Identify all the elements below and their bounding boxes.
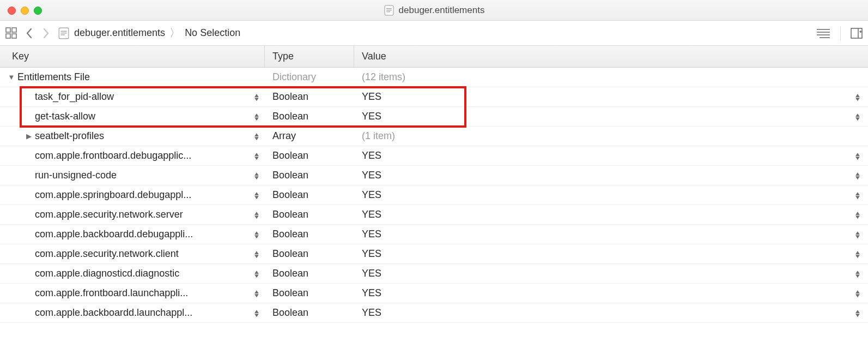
value-stepper-icon[interactable] — [853, 309, 863, 317]
row-key: com.apple.backboardd.launchappl... — [35, 307, 252, 319]
row-value: YES — [362, 287, 381, 299]
row-value: YES — [362, 268, 381, 279]
row-value: YES — [362, 209, 381, 220]
row-type: Boolean — [265, 107, 354, 126]
row-key: seatbelt-profiles — [35, 130, 252, 142]
row-type: Boolean — [265, 185, 354, 205]
value-stepper-icon[interactable] — [853, 172, 863, 179]
minimize-icon[interactable] — [21, 7, 29, 15]
row-type: Boolean — [265, 284, 354, 303]
row-key: get-task-allow — [35, 111, 252, 122]
key-stepper-icon[interactable] — [252, 211, 262, 219]
row-value: YES — [362, 150, 381, 161]
nav-forward-icon[interactable] — [41, 27, 50, 39]
table-row[interactable]: com.apple.security.network.clientBoolean… — [0, 244, 868, 264]
row-type: Boolean — [265, 146, 354, 165]
window-titlebar: debuger.entitlements — [0, 0, 868, 21]
svg-rect-1 — [386, 8, 392, 9]
row-type: Boolean — [265, 303, 354, 322]
row-value: YES — [362, 248, 381, 260]
value-stepper-icon[interactable] — [853, 152, 863, 160]
breadcrumb-selection[interactable]: No Selection — [185, 27, 240, 39]
nav-back-icon[interactable] — [25, 27, 34, 39]
key-stepper-icon[interactable] — [252, 113, 262, 121]
value-stepper-icon[interactable] — [853, 250, 863, 258]
row-type: Boolean — [265, 225, 354, 244]
add-panel-icon[interactable] — [851, 28, 863, 39]
svg-rect-16 — [851, 28, 862, 38]
related-items-icon[interactable] — [5, 27, 17, 39]
toolbar-divider — [840, 26, 841, 40]
window-title: debuger.entitlements — [384, 5, 485, 16]
row-key: com.apple.diagnosticd.diagnostic — [35, 268, 252, 279]
row-key: com.apple.frontboard.debugapplic... — [35, 150, 252, 161]
row-value: YES — [362, 111, 381, 122]
row-value: YES — [362, 91, 381, 103]
table-row[interactable]: com.apple.diagnosticd.diagnosticBooleanY… — [0, 264, 868, 284]
key-stepper-icon[interactable] — [252, 191, 262, 199]
key-stepper-icon[interactable] — [252, 290, 262, 297]
zoom-icon[interactable] — [34, 7, 42, 15]
value-stepper-icon[interactable] — [853, 93, 863, 101]
value-stepper-icon[interactable] — [853, 231, 863, 238]
row-key: run-unsigned-code — [35, 170, 252, 181]
key-stepper-icon[interactable] — [252, 250, 262, 258]
key-stepper-icon[interactable] — [252, 270, 262, 278]
row-type: Boolean — [265, 205, 354, 224]
row-value: (12 items) — [354, 68, 868, 87]
table-row-root[interactable]: ▼ Entitlements File Dictionary (12 items… — [0, 68, 868, 87]
value-stepper-icon[interactable] — [853, 290, 863, 297]
column-header-type[interactable]: Type — [265, 46, 354, 67]
row-key: task_for_pid-allow — [35, 91, 252, 103]
close-icon[interactable] — [8, 7, 16, 15]
table-row[interactable]: com.apple.frontboard.debugapplic...Boole… — [0, 146, 868, 166]
svg-rect-2 — [386, 10, 392, 10]
column-header-key[interactable]: Key — [0, 46, 265, 67]
table-row[interactable]: com.apple.backboardd.debugappli...Boolea… — [0, 225, 868, 244]
key-stepper-icon[interactable] — [252, 172, 262, 179]
key-stepper-icon[interactable] — [252, 152, 262, 160]
row-value: YES — [362, 307, 381, 319]
value-stepper-icon[interactable] — [853, 270, 863, 278]
value-stepper-icon[interactable] — [853, 191, 863, 199]
row-key: com.apple.springboard.debugappl... — [35, 189, 252, 201]
disclosure-triangle-icon[interactable]: ▼ — [8, 73, 15, 81]
svg-rect-6 — [6, 34, 10, 38]
row-type: Boolean — [265, 244, 354, 263]
key-stepper-icon[interactable] — [252, 93, 262, 101]
jump-bar: debuger.entitlements 〉 No Selection — [0, 21, 868, 46]
row-key: com.apple.security.network.client — [35, 248, 252, 260]
row-key: Entitlements File — [17, 71, 262, 83]
disclosure-triangle-icon[interactable]: ▶ — [25, 132, 33, 140]
row-value: YES — [362, 229, 381, 240]
row-type: Boolean — [265, 166, 354, 185]
row-key: com.apple.backboardd.debugappli... — [35, 229, 252, 240]
table-row[interactable]: com.apple.security.network.serverBoolean… — [0, 205, 868, 225]
value-stepper-icon[interactable] — [853, 211, 863, 219]
row-value: YES — [362, 189, 381, 201]
row-key: com.apple.security.network.server — [35, 209, 252, 220]
table-row[interactable]: com.apple.backboardd.launchappl...Boolea… — [0, 303, 868, 323]
svg-rect-3 — [386, 11, 390, 12]
key-stepper-icon[interactable] — [252, 133, 262, 140]
table-row[interactable]: task_for_pid-allowBooleanYES — [0, 87, 868, 107]
row-value: (1 item) — [362, 130, 395, 142]
table-row[interactable]: get-task-allowBooleanYES — [0, 107, 868, 127]
entitlements-file-icon — [384, 5, 394, 16]
window-title-text: debuger.entitlements — [399, 5, 485, 16]
table-row[interactable]: run-unsigned-codeBooleanYES — [0, 166, 868, 185]
svg-rect-4 — [6, 28, 10, 32]
key-stepper-icon[interactable] — [252, 231, 262, 238]
key-stepper-icon[interactable] — [252, 309, 262, 317]
breadcrumb[interactable]: debuger.entitlements 〉 No Selection — [58, 26, 809, 40]
outline-view-icon[interactable] — [816, 28, 830, 39]
row-type: Array — [265, 127, 354, 146]
table-row[interactable]: ▶seatbelt-profilesArray(1 item) — [0, 127, 868, 146]
row-type: Boolean — [265, 264, 354, 283]
table-row[interactable]: com.apple.springboard.debugappl...Boolea… — [0, 185, 868, 205]
value-stepper-icon[interactable] — [853, 113, 863, 121]
column-header-value[interactable]: Value — [354, 46, 868, 67]
breadcrumb-file[interactable]: debuger.entitlements — [74, 27, 165, 39]
table-row[interactable]: com.apple.frontboard.launchappli...Boole… — [0, 284, 868, 303]
entitlements-file-icon — [58, 27, 70, 39]
